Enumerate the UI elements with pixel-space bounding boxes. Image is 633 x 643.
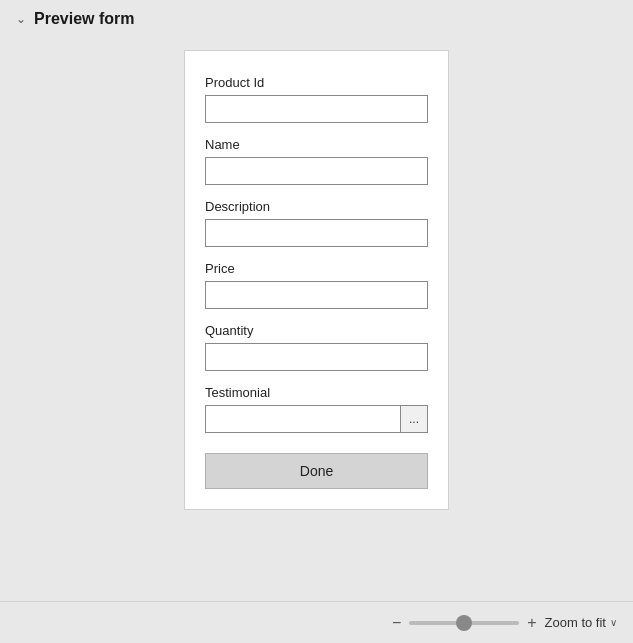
label-name: Name: [205, 137, 428, 152]
input-quantity[interactable]: [205, 343, 428, 371]
zoom-plus-button[interactable]: +: [527, 614, 536, 632]
form-card: Product Id Name Description Price Quanti…: [184, 50, 449, 510]
input-product-id[interactable]: [205, 95, 428, 123]
chevron-down-icon[interactable]: ⌄: [16, 12, 26, 26]
field-group-price: Price: [205, 261, 428, 309]
zoom-toolbar: − + Zoom to fit ∨: [0, 601, 633, 643]
header: ⌄ Preview form: [0, 0, 633, 38]
input-testimonial[interactable]: [205, 405, 400, 433]
field-group-testimonial: Testimonial ...: [205, 385, 428, 433]
label-description: Description: [205, 199, 428, 214]
done-button[interactable]: Done: [205, 453, 428, 489]
zoom-slider[interactable]: [409, 621, 519, 625]
zoom-minus-button[interactable]: −: [392, 614, 401, 632]
zoom-to-fit-button[interactable]: Zoom to fit ∨: [545, 615, 617, 630]
field-group-description: Description: [205, 199, 428, 247]
input-description[interactable]: [205, 219, 428, 247]
page-title: Preview form: [34, 10, 134, 28]
zoom-fit-label: Zoom to fit: [545, 615, 606, 630]
field-group-product-id: Product Id: [205, 75, 428, 123]
label-quantity: Quantity: [205, 323, 428, 338]
testimonial-input-row: ...: [205, 405, 428, 433]
input-price[interactable]: [205, 281, 428, 309]
chevron-down-icon: ∨: [610, 617, 617, 628]
field-group-quantity: Quantity: [205, 323, 428, 371]
testimonial-browse-button[interactable]: ...: [400, 405, 428, 433]
main-area: Product Id Name Description Price Quanti…: [0, 38, 633, 510]
label-testimonial: Testimonial: [205, 385, 428, 400]
label-price: Price: [205, 261, 428, 276]
zoom-slider-area: − +: [392, 614, 537, 632]
label-product-id: Product Id: [205, 75, 428, 90]
input-name[interactable]: [205, 157, 428, 185]
field-group-name: Name: [205, 137, 428, 185]
